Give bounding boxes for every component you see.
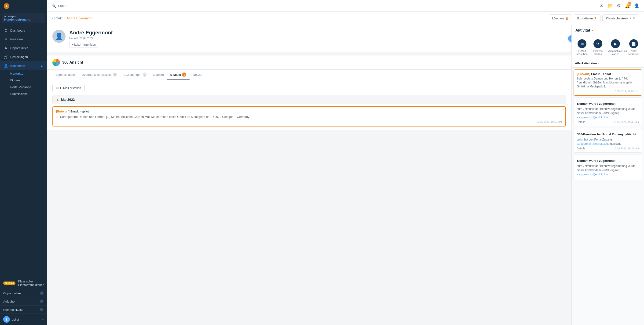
activity-panel: Aktivität ▾ ✉ E-Mailschreiben ⛭ Prozesss… [572, 25, 644, 325]
activity-note-label: Notizschreiben [628, 49, 639, 56]
activity-link-email-2[interactable]: a.eggermont@epilot.cloud [576, 142, 609, 145]
sidebar-sub-item-firmen[interactable]: Firmen [10, 77, 47, 84]
sidebar-item-bestellungen[interactable]: 🛒 Bestellungen [0, 52, 47, 61]
sidebar-item-label-prozesse: Prozesse [10, 37, 23, 41]
section-360: 360 Ansicht Eigenschaften Opportunities … [47, 55, 572, 130]
email-card-subject: [Entwurf] Email: - epilot [56, 110, 562, 113]
sidebar-item-kundinnen[interactable]: 👤 KundInnen ▲ [0, 61, 47, 70]
activity-card-kontakt-zugeordnet-2[interactable]: Kontakt wurde zugeordnet Zum Zeitpunkt d… [574, 155, 642, 180]
classic-menu-item-kommunikation[interactable]: Kommunikation ⓘ [0, 305, 47, 314]
content-area: 👤 André Eggermont Erstellt: 20.04.2022 +… [47, 25, 644, 325]
trash-icon: 🗑 [565, 16, 568, 20]
toggle-panel-button[interactable]: › [568, 35, 572, 42]
classic-view-button[interactable]: Klassische Ansicht 👁 [602, 14, 639, 22]
activity-section-title-3: Kontakt wurde zugeordnet [576, 159, 639, 162]
delete-button[interactable]: Löschen 🗑 [549, 14, 572, 22]
sidebar-sub-item-portal-zugaenge[interactable]: Portal Zugänge [10, 84, 47, 90]
activity-card-entwurf-email[interactable]: [Entwurf] Email: - epilot Sehr geehrte D… [574, 69, 642, 95]
activity-action-automation[interactable]: ▶ Automatisierungstarten [608, 39, 622, 56]
workspace-name: Kundenbetreuung [4, 18, 30, 21]
activity-link-1[interactable]: a.eggermont@epilot.cloud... [576, 116, 612, 119]
activity-actions: ✉ E-Mailschreiben ⛭ Prozessstarten ▶ Aut… [572, 36, 644, 59]
sidebar-sub-item-submissions[interactable]: Submissions [10, 90, 47, 97]
tab-badge-emails: 1 [182, 72, 186, 77]
activity-card-kontakt-zugeordnet-1[interactable]: Kontakt wurde zugeordnet Zum Zeitpunkt d… [574, 97, 642, 126]
activity-filter-label: Alle Aktivitäten [575, 61, 597, 65]
tab-emails[interactable]: E-Mails 1 [167, 70, 190, 80]
dashboard-icon: ⊙ [4, 28, 8, 32]
tab-count-opportunities: 0 [113, 72, 117, 77]
activity-email-label: E-Mailschreiben [576, 49, 588, 56]
expand-icon[interactable]: ▾ [56, 115, 58, 119]
email-tag: [Entwurf] [56, 110, 70, 113]
tab-beziehungen[interactable]: Beziehungen 2 [120, 70, 150, 80]
tab-dateien[interactable]: Dateien [150, 70, 167, 80]
tab-notizen[interactable]: Notizen [190, 70, 206, 80]
folder-icon[interactable]: 📁 [608, 3, 613, 8]
activity-meta-1: Details 10.05.2022, 15:49 Uhr [576, 120, 639, 124]
activity-card-detail-1: Zum Zeitpunkt der Benutzerregistrierung … [576, 107, 639, 119]
activity-card-portal-geloescht[interactable]: 360-Benutzer hat Portal Zugang gelöscht … [574, 128, 642, 153]
user-avatar: E [3, 316, 10, 323]
topbar-icons: ✉ 📁 ⚙ 🔔 21 👤 [600, 3, 639, 8]
epilot-logo-icon [3, 3, 10, 9]
contact-avatar: 👤 [52, 30, 66, 43]
mail-icon[interactable]: ✉ [600, 3, 603, 8]
360-logo-icon [52, 59, 60, 66]
opportunities-icon: ↻ [4, 46, 8, 50]
user-profile-icon[interactable]: 👤 [634, 3, 639, 8]
email-create-label: E-Mail erstellen [60, 86, 81, 90]
activity-timestamp-1: 10.05.2022, 15:49 Uhr [614, 121, 639, 123]
section-360-title: 360 Ansicht [62, 60, 83, 64]
classic-info-icon-kommunikation: ⓘ [40, 308, 44, 312]
breadcrumb-parent: Kontakt [52, 16, 62, 20]
add-label-button[interactable]: + Label hinzufügen [69, 42, 98, 47]
activity-automation-label: Automatisierungstarten [608, 49, 622, 56]
search-input[interactable] [58, 4, 126, 8]
section-360-icon [52, 59, 60, 66]
notifications-icon[interactable]: 🔔 21 [625, 3, 630, 8]
email-card[interactable]: [Entwurf] Email: - epilot ▾ Sehr geehrte… [52, 106, 566, 126]
sidebar-sub-item-kontakte[interactable]: Kontakte [10, 70, 47, 77]
search-bar: 🔍 [52, 3, 126, 8]
activity-note-icon: 📄 [629, 39, 638, 48]
sidebar-item-label-opportunities: Opportunities [10, 46, 28, 50]
tab-opportunities-classic[interactable]: Opportunities (classic) 0 [78, 70, 120, 80]
activity-link-epilot[interactable]: epilot [576, 138, 584, 141]
sidebar-item-dashboard[interactable]: ⊙ Dashboard [0, 26, 47, 35]
contact-main: 👤 André Eggermont Erstellt: 20.04.2022 +… [47, 25, 572, 325]
section-360-header: 360 Ansicht [47, 55, 572, 70]
activity-timestamp-2: 10.05.2022, 15:22 Uhr [614, 147, 639, 150]
activity-link-3[interactable]: a.eggermont@epilot.cloud... [576, 173, 612, 176]
activity-filter-chevron-icon: ▾ [598, 62, 600, 65]
workspace-selector[interactable]: Arbeitsplatz Kundenbetreuung ▾ [2, 13, 45, 23]
activity-card-detail-2: epilot hat den Portal Zugang a.eggermont… [576, 137, 639, 146]
svg-text:E: E [6, 318, 8, 321]
search-icon: 🔍 [52, 3, 56, 8]
app-logo [0, 0, 47, 12]
activity-action-note[interactable]: 📄 Notizschreiben [628, 39, 639, 56]
activity-action-process[interactable]: ⛭ Prozessstarten [593, 39, 602, 56]
tab-count-beziehungen: 2 [142, 72, 147, 77]
kundinnen-sub-nav: Kontakte Firmen Portal Zugänge Submissio… [0, 70, 47, 97]
classic-section-header: CLASSIC Klassische Plattformfunktionen [0, 277, 47, 289]
sidebar-item-opportunities[interactable]: ↻ Opportunities [0, 43, 47, 52]
activity-card-title-entwurf: [Entwurf] Email: - epilot [577, 72, 639, 76]
tab-eigenschaften[interactable]: Eigenschaften [52, 70, 78, 80]
sidebar-item-prozesse[interactable]: ⛭ Prozesse [0, 35, 47, 43]
sidebar-user[interactable]: E epilot ▾ [0, 314, 47, 325]
classic-info-icon-opportunities: ⓘ [40, 291, 44, 295]
activity-section-title-2: 360-Benutzer hat Portal Zugang gelöscht [576, 133, 639, 136]
create-email-button[interactable]: ✉ E-Mail erstellen [52, 84, 85, 92]
avatar-person-icon: 👤 [55, 32, 63, 40]
activity-action-email[interactable]: ✉ E-Mailschreiben [576, 39, 588, 56]
classic-menu-item-aufgaben[interactable]: Aufgaben ⓘ [0, 297, 47, 305]
classic-menu-item-opportunities[interactable]: Opportunities ⓘ [0, 289, 47, 297]
contact-header: 👤 André Eggermont Erstellt: 20.04.2022 +… [47, 25, 572, 52]
details-label-2: Details [576, 147, 585, 150]
email-month-header[interactable]: ▲ Mai 2022 [52, 95, 566, 104]
export-button[interactable]: Exportieren ⬆ [574, 14, 600, 22]
settings-icon[interactable]: ⚙ [617, 3, 620, 8]
kundinnen-chevron-icon: ▲ [40, 64, 43, 67]
activity-filter[interactable]: Alle Aktivitäten ▾ [572, 59, 644, 67]
